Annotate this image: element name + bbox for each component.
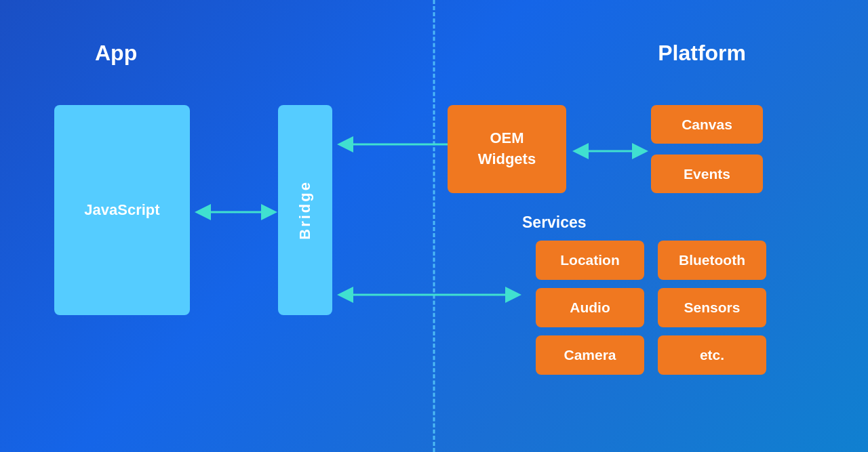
bluetooth-label: Bluetooth [679,252,745,268]
location-label: Location [560,252,620,268]
canvas-label: Canvas [682,117,732,133]
arrow-js-bridge [192,202,280,222]
camera-label: Camera [564,347,616,363]
sensors-label: Sensors [684,300,741,316]
oem-widgets-label: OEMWidgets [478,128,536,170]
app-label: App [95,41,137,66]
sensors-box: Sensors [658,288,766,327]
arrow-bridge-services [334,285,524,305]
audio-box: Audio [536,288,644,327]
oem-widgets-box: OEMWidgets [448,105,566,193]
divider [433,0,435,452]
arrow-oem-canvas [570,141,651,161]
events-box: Events [651,155,763,193]
etc-box: etc. [658,335,766,375]
javascript-box: JavaScript [54,105,190,315]
location-box: Location [536,241,644,280]
bluetooth-box: Bluetooth [658,241,766,280]
canvas-box: Canvas [651,105,763,144]
services-label: Services [522,213,587,232]
audio-label: Audio [570,300,610,316]
javascript-label: JavaScript [84,201,159,219]
camera-box: Camera [536,335,644,375]
platform-label: Platform [658,41,746,66]
bridge-label: Bridge [296,180,314,240]
events-label: Events [684,166,730,182]
bridge-box: Bridge [278,105,332,315]
etc-label: etc. [700,347,724,363]
diagram-container: App Platform JavaScript Bridge [0,0,868,452]
